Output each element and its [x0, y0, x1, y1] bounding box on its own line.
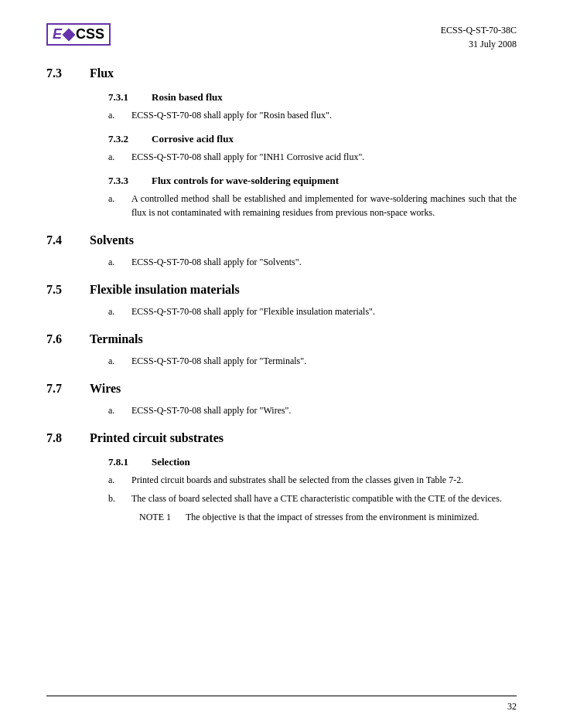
list-item: a. ECSS-Q-ST-70-08 shall apply for "Rosi… [108, 108, 517, 122]
section-7-3-3-num: 7.3.3 [108, 175, 139, 187]
section-7-3-num: 7.3 [46, 66, 77, 80]
list-item: a. ECSS-Q-ST-70-08 shall apply for "INH1… [108, 150, 517, 164]
list-content: ECSS-Q-ST-70-08 shall apply for "Wires". [131, 403, 517, 417]
doc-id: ECSS-Q-ST-70-38C [441, 23, 517, 37]
logo: E CSS [46, 23, 111, 46]
section-7-3-3-heading: 7.3.3 Flux controls for wave-soldering e… [108, 175, 517, 187]
list-content: ECSS-Q-ST-70-08 shall apply for "INH1 Co… [131, 150, 517, 164]
list-label: a. [108, 304, 131, 318]
list-label: a. [108, 473, 131, 487]
page: E CSS ECSS-Q-ST-70-38C 31 July 2008 7.3 … [0, 0, 563, 728]
list-item: a. ECSS-Q-ST-70-08 shall apply for "Wire… [108, 403, 517, 417]
list-label: a. [108, 403, 131, 417]
section-7-3-3-title: Flux controls for wave-soldering equipme… [152, 175, 339, 187]
list-content: ECSS-Q-ST-70-08 shall apply for "Rosin b… [131, 108, 517, 122]
section-7-4-heading: 7.4 Solvents [46, 233, 517, 247]
logo-e: E [53, 26, 62, 43]
list-label: a. [108, 108, 131, 122]
header-doc-info: ECSS-Q-ST-70-38C 31 July 2008 [441, 23, 517, 51]
section-7-6-heading: 7.6 Terminals [46, 332, 517, 346]
section-7-3-2-title: Corrosive acid flux [152, 133, 234, 145]
section-7-5-title: Flexible insulation materials [90, 283, 240, 297]
section-7-7-heading: 7.7 Wires [46, 382, 517, 396]
note-item: NOTE 1 The objective is that the impact … [139, 510, 517, 524]
section-7-3-1-title: Rosin based flux [152, 91, 223, 104]
section-7-7-title: Wires [90, 382, 121, 396]
section-7-8-title: Printed circuit substrates [90, 431, 223, 445]
list-content: A controlled method shall be established… [131, 192, 517, 219]
main-content: 7.3 Flux 7.3.1 Rosin based flux a. ECSS-… [46, 66, 517, 524]
list-label: a. [108, 354, 131, 368]
list-label: a. [108, 255, 131, 269]
list-label: a. [108, 150, 131, 164]
section-7-6-num: 7.6 [46, 332, 77, 346]
section-7-8-1-title: Selection [152, 456, 190, 468]
page-header: E CSS ECSS-Q-ST-70-38C 31 July 2008 [46, 23, 517, 51]
list-item: a. ECSS-Q-ST-70-08 shall apply for "Flex… [108, 304, 517, 318]
page-footer: 32 [46, 696, 517, 713]
list-label: b. [108, 492, 131, 505]
section-7-3-1-heading: 7.3.1 Rosin based flux [108, 91, 517, 104]
doc-date: 31 July 2008 [441, 37, 517, 51]
logo-diamond-icon [63, 28, 76, 41]
section-7-3-1-num: 7.3.1 [108, 91, 139, 104]
section-7-3-2-heading: 7.3.2 Corrosive acid flux [108, 133, 517, 145]
list-label: a. [108, 192, 131, 219]
list-content: Printed circuit boards and substrates sh… [131, 473, 517, 487]
section-7-5-num: 7.5 [46, 283, 77, 297]
logo-css: CSS [76, 26, 104, 43]
section-7-6-title: Terminals [90, 332, 143, 346]
section-7-3-title: Flux [90, 66, 114, 80]
section-7-3-heading: 7.3 Flux [46, 66, 517, 80]
list-item: a. ECSS-Q-ST-70-08 shall apply for "Solv… [108, 255, 517, 269]
section-7-7-num: 7.7 [46, 382, 77, 396]
section-7-3-2-num: 7.3.2 [108, 133, 139, 145]
list-item: a. Printed circuit boards and substrates… [108, 473, 517, 487]
section-7-4-title: Solvents [90, 233, 134, 247]
page-number: 32 [507, 701, 517, 713]
list-content: ECSS-Q-ST-70-08 shall apply for "Termina… [131, 354, 517, 368]
list-item: a. ECSS-Q-ST-70-08 shall apply for "Term… [108, 354, 517, 368]
section-7-4-num: 7.4 [46, 233, 77, 247]
section-7-8-heading: 7.8 Printed circuit substrates [46, 431, 517, 445]
section-7-8-num: 7.8 [46, 431, 77, 445]
list-content: ECSS-Q-ST-70-08 shall apply for "Solvent… [131, 255, 517, 269]
note-label: NOTE 1 [139, 510, 186, 524]
list-item: a. A controlled method shall be establis… [108, 192, 517, 219]
note-content: The objective is that the impact of stre… [186, 510, 517, 524]
section-7-8-1-heading: 7.8.1 Selection [108, 456, 517, 468]
list-item: b. The class of board selected shall hav… [108, 492, 517, 505]
section-7-8-1-num: 7.8.1 [108, 456, 139, 468]
list-content: The class of board selected shall have a… [131, 492, 517, 505]
section-7-5-heading: 7.5 Flexible insulation materials [46, 283, 517, 297]
list-content: ECSS-Q-ST-70-08 shall apply for "Flexibl… [131, 304, 517, 318]
